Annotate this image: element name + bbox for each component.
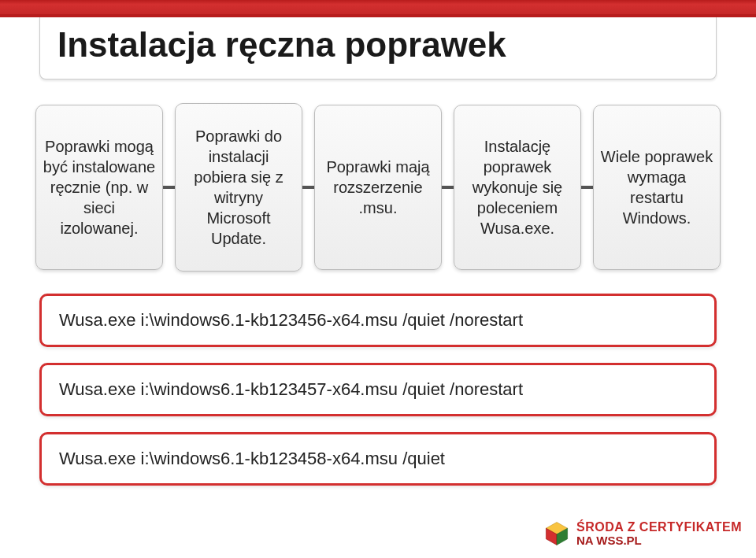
flow-card-5: Wiele poprawek wymaga restartu Windows. <box>593 105 721 270</box>
footer: ŚRODA Z CERTYFIKATEM NA WSS.PL <box>543 520 742 547</box>
flow-text: Poprawki mają rozszerzenie .msu. <box>321 157 435 218</box>
command-text: Wusa.exe i:\windows6.1-kb123456-x64.msu … <box>59 310 523 330</box>
flow-card-1: Poprawki mogą być instalowane ręcznie (n… <box>35 105 163 270</box>
flow-card-4: Instalację poprawek wykonuje się polecen… <box>454 105 581 270</box>
command-box-2: Wusa.exe i:\windows6.1-kb123457-x64.msu … <box>39 363 717 416</box>
cube-icon <box>543 520 570 547</box>
flow-text: Poprawki do instalacji pobiera się z wit… <box>182 126 295 249</box>
slide-title: Instalacja ręczna poprawek <box>57 25 699 65</box>
footer-line2: NA WSS.PL <box>576 534 742 548</box>
connector-icon <box>163 186 175 189</box>
flow-text: Poprawki mogą być instalowane ręcznie (n… <box>43 136 156 238</box>
footer-text: ŚRODA Z CERTYFIKATEM NA WSS.PL <box>576 520 742 547</box>
connector-icon <box>581 186 593 189</box>
command-text: Wusa.exe i:\windows6.1-kb123458-x64.msu … <box>59 449 445 468</box>
header-bar <box>0 0 756 17</box>
flow-card-2: Poprawki do instalacji pobiera się z wit… <box>175 103 302 272</box>
flow-text: Instalację poprawek wykonuje się polecen… <box>461 136 574 238</box>
footer-line1: ŚRODA Z CERTYFIKATEM <box>576 520 742 534</box>
flow-row: Poprawki mogą być instalowane ręcznie (n… <box>35 103 721 272</box>
connector-icon <box>302 186 314 189</box>
command-box-3: Wusa.exe i:\windows6.1-kb123458-x64.msu … <box>39 432 717 486</box>
command-box-1: Wusa.exe i:\windows6.1-kb123456-x64.msu … <box>39 294 717 347</box>
flow-text: Wiele poprawek wymaga restartu Windows. <box>600 146 713 228</box>
flow-card-3: Poprawki mają rozszerzenie .msu. <box>314 105 442 270</box>
connector-icon <box>442 186 454 189</box>
command-text: Wusa.exe i:\windows6.1-kb123457-x64.msu … <box>59 379 523 399</box>
title-box: Instalacja ręczna poprawek <box>39 17 717 79</box>
